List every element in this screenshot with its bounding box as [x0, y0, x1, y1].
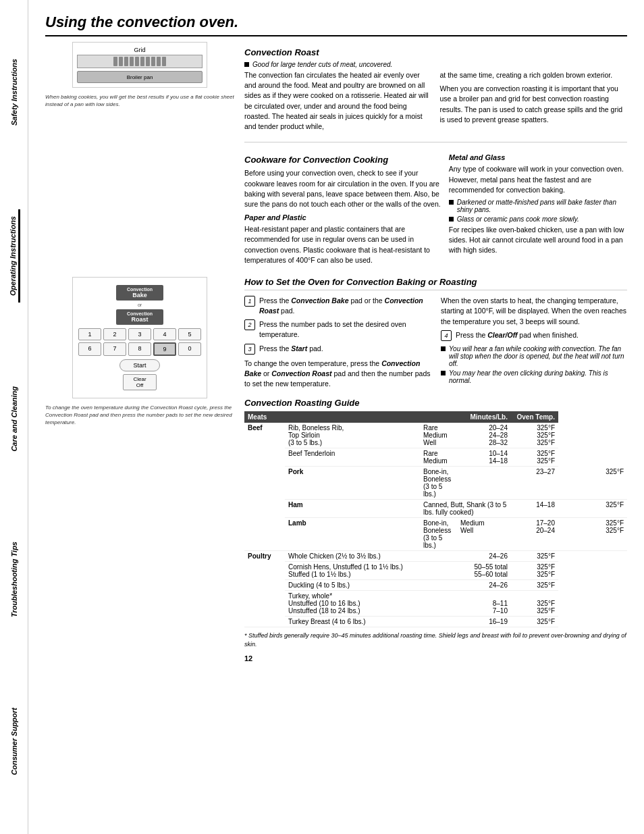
convection-bake-button[interactable]: Convection Bake: [116, 285, 163, 301]
diagram-caption: When baking cookies, you will get the be…: [45, 93, 234, 108]
right-column: Convection Roast Good for large tender c…: [244, 42, 627, 269]
metal-glass-intro: Any type of cookware will work in your c…: [449, 164, 627, 195]
sidebar-item-care[interactable]: Care and Cleaning: [9, 380, 20, 459]
poultry-item4: Turkey, whole*Unstuffed (10 to 16 lbs.)U…: [285, 591, 457, 617]
beef-item2-min: 10–1414–18: [457, 448, 511, 467]
paper-plastic-title: Paper and Plastic: [244, 213, 441, 221]
convection-roast-para1: The convection fan circulates the heated…: [244, 70, 432, 132]
grid-bar: [157, 57, 161, 66]
sidebar-item-troubleshooting[interactable]: Troubleshooting Tips: [9, 535, 20, 624]
key-6[interactable]: 6: [78, 342, 101, 356]
poultry-item1-min: 24–26: [457, 551, 511, 562]
beef-item1-don: RareMediumWell: [420, 423, 457, 448]
broiler-pan: Broiler pan: [77, 71, 203, 83]
main-content: Using the convection oven. Grid: [28, 0, 644, 834]
grid-label: Grid: [77, 47, 203, 53]
metal-glass-bullet1: Darkened or matte-finished pans will bak…: [449, 199, 627, 213]
step-3: 3 Press the Start pad.: [244, 344, 431, 355]
grid-bar: [146, 57, 150, 66]
step-1-text: Press the Convection Bake pad or the Con…: [259, 296, 431, 315]
key-2[interactable]: 2: [103, 328, 126, 340]
poultry-item2-temp: 325°F325°F: [511, 562, 558, 580]
th-meats: Meats: [244, 411, 285, 423]
divider: [244, 142, 627, 142]
start-button[interactable]: Start: [119, 359, 160, 371]
sidebar-item-safety[interactable]: Safety Instructions: [9, 52, 20, 132]
convection-roast-button[interactable]: Convection Roast: [116, 309, 163, 325]
convection-roast-title: Convection Roast: [244, 47, 627, 57]
clear-off-button[interactable]: ClearOff: [123, 374, 157, 390]
table-row: Turkey, whole*Unstuffed (10 to 16 lbs.)U…: [244, 591, 627, 617]
key-3[interactable]: 3: [128, 328, 151, 340]
cat-pork: Pork: [285, 467, 420, 500]
pork-don: [457, 467, 511, 500]
oven-grid: [77, 55, 203, 68]
steps-right: When the oven starts to heat, the changi…: [441, 296, 627, 392]
pork-min: 23–27: [511, 467, 558, 500]
beef-item1: Rib, Boneless Rib,Top Sirloin(3 to 5 lbs…: [285, 423, 420, 448]
key-7[interactable]: 7: [103, 342, 126, 356]
table-row: Lamb Bone-in, Boneless (3 to 5 lbs.) Med…: [244, 518, 627, 551]
table-row: Beef Tenderloin RareMedium 10–1414–18 32…: [244, 448, 627, 467]
lamb-temp: 325°F325°F: [558, 518, 627, 551]
grid-bar: [130, 57, 134, 66]
key-9[interactable]: 9: [153, 342, 176, 356]
poultry-item1: Whole Chicken (2½ to 3½ lbs.): [285, 551, 457, 562]
lamb-don: MediumWell: [457, 518, 511, 551]
key-5[interactable]: 5: [178, 328, 201, 340]
cat-poultry: Poultry: [244, 551, 285, 627]
grid-bar: [124, 57, 128, 66]
bullet-square-icon: [441, 371, 446, 375]
ham-min: 14–18: [511, 500, 558, 518]
poultry-item1-temp: 325°F: [511, 551, 558, 562]
fan-bullet: You will hear a fan while cooking with c…: [441, 345, 627, 367]
key-1[interactable]: 1: [78, 328, 101, 340]
table-row: Pork Bone-in, Boneless (3 to 5 lbs.) 23–…: [244, 467, 627, 500]
beef-item1-min: 20–2424–2828–32: [457, 423, 511, 448]
poultry-item2-min: 50–55 total55–60 total: [457, 562, 511, 580]
sidebar-item-operating[interactable]: Operating Instructions: [7, 209, 20, 303]
convection-roast-top: Convection: [120, 311, 159, 316]
steps-container: 1 Press the Convection Bake pad or the C…: [244, 296, 627, 392]
cat-ham: Ham: [285, 500, 420, 518]
grid-bar: [151, 57, 155, 66]
how-to-set-title: How to Set the Oven for Convection Bakin…: [244, 277, 627, 290]
convection-roast-bullet: Good for large tender cuts of meat, unco…: [244, 61, 627, 68]
poultry-item5-temp: 325°F: [511, 617, 558, 627]
convection-bake-label: Bake: [120, 292, 159, 298]
sidebar: Safety Instructions Operating Instructio…: [0, 0, 28, 834]
sidebar-item-consumer[interactable]: Consumer Support: [9, 701, 20, 782]
oven-diagram: Grid Broiler pan: [72, 42, 207, 88]
poultry-item4-min: 8–117–10: [457, 591, 511, 617]
poultry-item3: Duckling (4 to 5 lbs.): [285, 580, 457, 591]
key-8[interactable]: 8: [128, 342, 151, 356]
lamb-item: Bone-in, Boneless (3 to 5 lbs.): [420, 518, 457, 551]
oven-starts-text: When the oven starts to heat, the changi…: [441, 296, 627, 327]
step-1: 1 Press the Convection Bake pad or the C…: [244, 296, 431, 315]
grid-bar: [113, 57, 117, 66]
paper-plastic-text: Heat-resistant paper and plastic contain…: [244, 224, 441, 265]
pork-item: Bone-in, Boneless (3 to 5 lbs.): [420, 467, 457, 500]
poultry-item3-min: 24–26: [457, 580, 511, 591]
poultry-item3-temp: 325°F: [511, 580, 558, 591]
table-row: Turkey Breast (4 to 6 lbs.) 16–19 325°F: [244, 617, 627, 627]
bullet-square-icon: [441, 346, 446, 351]
grid-bar: [162, 57, 166, 66]
keypad-column: Convection Bake or Convection Roast 1 2 …: [45, 277, 234, 662]
beef-item2-temp: 325°F325°F: [511, 448, 558, 467]
poultry-item5-min: 16–19: [457, 617, 511, 627]
key-0[interactable]: 0: [178, 342, 201, 356]
page-title: Using the convection oven.: [45, 14, 627, 36]
cat-lamb: Lamb: [285, 518, 420, 551]
cookware-title: Cookware for Convection Cooking: [244, 155, 441, 165]
step-2-text: Press the number pads to set the desired…: [259, 319, 431, 339]
grid-bar: [119, 57, 123, 66]
th-temp: Oven Temp.: [511, 411, 558, 423]
key-4[interactable]: 4: [153, 328, 176, 340]
step-4: 4 Press the Clear/Off pad when finished.: [441, 330, 627, 341]
table-row: Cornish Hens, Unstuffed (1 to 1½ lbs.)St…: [244, 562, 627, 580]
step-num-2: 2: [244, 319, 255, 330]
ham-temp: 325°F: [558, 500, 627, 518]
ham-item: Canned, Butt, Shank (3 to 5 lbs. fully c…: [420, 500, 511, 518]
keypad-grid: 1 2 3 4 5 6 7 8 9 0: [78, 328, 201, 356]
